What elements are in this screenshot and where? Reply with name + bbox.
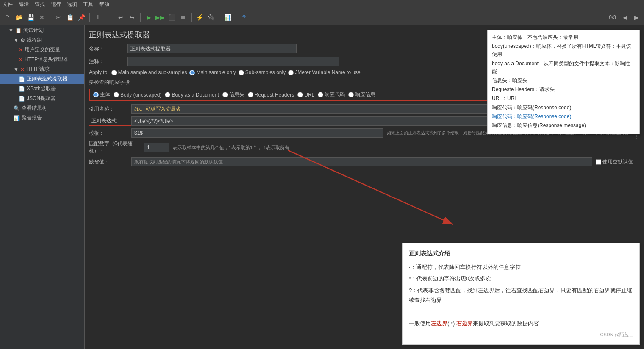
default-label: 缺省值： xyxy=(89,158,131,166)
tp-item-6: 响应代码：响应码(Response code) xyxy=(492,104,635,112)
sidebar-item-test-plan[interactable]: ▼ 📋 测试计划 xyxy=(0,25,84,35)
match-input[interactable] xyxy=(144,143,169,152)
default-row: 缺省值： 使用空默认值 xyxy=(89,157,633,166)
resp-option-body-unescaped[interactable]: Body (unescaped) xyxy=(114,92,161,98)
sidebar-label-results: 查看结果树 xyxy=(22,105,47,112)
tp-item-4: Requeste Headers：请求头 xyxy=(492,86,635,94)
resp-body-unescaped-label: Body (unescaped) xyxy=(120,92,161,98)
nav-next[interactable]: ▶ xyxy=(631,12,641,22)
sep3 xyxy=(140,13,141,22)
resp-option-body[interactable]: 主体 xyxy=(93,91,110,98)
toolbar-add[interactable]: ＋ xyxy=(93,12,103,22)
toolbar-shutdown[interactable]: ⏹ xyxy=(178,12,188,22)
sidebar-item-thread-group[interactable]: ▼ ⚙ 线程组 xyxy=(0,35,84,45)
name-input[interactable] xyxy=(127,44,297,53)
info-item-4: 一般使用左边界(.*) 右边界来提取想要获取的数据内容 xyxy=(409,319,633,328)
menu-tools[interactable]: 工具 xyxy=(83,1,93,8)
main-layout: ▼ 📋 测试计划 ▼ ⚙ 线程组 ✕ 用户定义的变量 ✕ HTTP信息头管理器 … xyxy=(0,25,644,349)
apply-jmeter-var-label: JMeter Variable Name to use xyxy=(295,69,361,75)
resp-info-label: 信息头 xyxy=(229,91,244,98)
toolbar-remove[interactable]: － xyxy=(104,12,114,22)
json-icon: 📄 xyxy=(19,96,25,102)
counter-badge: 0/3 xyxy=(609,14,616,20)
toolbar-remote-start[interactable]: ⚡ xyxy=(194,12,205,22)
toolbar-revert[interactable]: ✕ xyxy=(37,12,47,22)
toolbar-report[interactable]: 📊 xyxy=(222,12,233,22)
resp-body-label: 主体 xyxy=(100,91,110,98)
toolbar-open[interactable]: 📂 xyxy=(14,12,24,22)
apply-main-only-label: Main sample only xyxy=(196,69,236,75)
sidebar-item-http-request[interactable]: ▼ ✕ HTTP请求 xyxy=(0,64,84,74)
template-input[interactable] xyxy=(131,128,383,138)
default-input[interactable] xyxy=(131,157,592,166)
resp-body-doc-label: Body as a Document xyxy=(172,92,219,98)
sidebar-label-threadgroup: 线程组 xyxy=(27,36,42,44)
nav-prev[interactable]: ◀ xyxy=(620,12,630,22)
resp-option-body-doc[interactable]: Body as a Document xyxy=(165,92,219,98)
resp-code-link[interactable]: 响应代码：响应码(Response code) xyxy=(492,114,571,119)
menu-run[interactable]: 运行 xyxy=(51,1,61,8)
resp-option-info[interactable]: 信息头 xyxy=(222,91,244,98)
menu-help[interactable]: 帮助 xyxy=(99,1,109,8)
toolbar-new[interactable]: 🗋 xyxy=(3,12,13,22)
resp-option-resp-code[interactable]: 响应代码 xyxy=(318,91,345,98)
toolbar-redo[interactable]: ↪ xyxy=(127,12,137,22)
sidebar-item-user-vars[interactable]: ✕ 用户定义的变量 xyxy=(0,45,84,55)
expand-icon: ▼ xyxy=(8,28,14,33)
comment-input[interactable] xyxy=(127,57,339,66)
toolbar-paste[interactable]: 📌 xyxy=(76,12,86,22)
sidebar-label-httpheader: HTTP信息头管理器 xyxy=(25,56,68,63)
expand-icon3: ▼ xyxy=(14,66,19,72)
resp-req-headers-label: Request Headers xyxy=(255,92,294,98)
sep1 xyxy=(50,13,50,22)
toolbar-remote-stop[interactable]: 🔌 xyxy=(206,12,216,22)
apply-sub-only-label: Sub-samples only xyxy=(245,69,286,75)
toolbar-start[interactable]: ▶ xyxy=(144,12,154,22)
resp-code-label: 响应代码 xyxy=(325,91,345,98)
toolbar-cut[interactable]: ✂ xyxy=(53,12,64,22)
apply-main-sub-label: Main sample and sub-samples xyxy=(118,69,187,75)
xpath-icon: 📄 xyxy=(19,86,25,92)
sidebar-item-json-extractor[interactable]: 📄 JSON提取器 xyxy=(0,94,84,103)
tp-item-0: 主体：响应体，不包含响应头：最常用 xyxy=(492,33,635,42)
menu-file[interactable]: 文件 xyxy=(3,1,13,8)
apply-main-only[interactable]: Main sample only xyxy=(189,69,236,75)
resp-option-resp-msg[interactable]: 响应信息 xyxy=(348,91,375,98)
resp-option-req-headers[interactable]: Request Headers xyxy=(248,92,294,98)
sidebar-label-regex: 正则表达式提取器 xyxy=(27,75,67,83)
sidebar-item-results-tree[interactable]: 🔍 查看结果树 xyxy=(0,103,84,113)
apply-jmeter-var[interactable]: JMeter Variable Name to use xyxy=(288,69,361,75)
toolbar-save[interactable]: 💾 xyxy=(25,12,36,22)
resp-option-url[interactable]: URL xyxy=(297,92,314,98)
info-item-2: ?：代表非含贪婪匹配，找到左边界后，往右查找匹配右边界，只要有匹配的右边界就停止… xyxy=(409,285,633,305)
apply-main-sub[interactable]: Main sample and sub-samples xyxy=(111,69,187,75)
toolbar-undo[interactable]: ↩ xyxy=(116,12,126,22)
toolbar-help[interactable]: ? xyxy=(239,12,249,22)
sidebar-item-regex-extractor[interactable]: 📄 正则表达式提取器 xyxy=(0,74,84,84)
sidebar-label-json: JSON提取器 xyxy=(27,95,56,102)
menu-options[interactable]: 选项 xyxy=(67,1,77,8)
sidebar-item-http-header[interactable]: ✕ HTTP信息头管理器 xyxy=(0,55,84,64)
resp-msg-label: 响应信息 xyxy=(355,91,375,98)
toolbar-start-no-pause[interactable]: ▶▶ xyxy=(155,12,165,22)
use-empty-label: 使用空默认值 xyxy=(602,158,633,166)
menu-find[interactable]: 查找 xyxy=(35,1,45,8)
toolbar-stop[interactable]: ⬛ xyxy=(167,12,177,22)
info-item-0: ·：通配符，代表除回车换行符以外的任意字符 xyxy=(409,262,633,272)
sidebar-item-aggregate-report[interactable]: 📊 聚合报告 xyxy=(0,113,84,123)
tp-item-8: 响应信息：响应信息(Response message) xyxy=(492,122,635,130)
httpheader-icon: ✕ xyxy=(19,57,23,63)
tp-item-3: 信息头：响应头 xyxy=(492,77,635,85)
highlight-right: 右边界 xyxy=(456,320,473,327)
match-desc: 表示取样本中的第几个值，1表示取第1个，-1表示取所有 xyxy=(173,144,289,151)
apply-sub-only[interactable]: Sub-samples only xyxy=(239,69,286,75)
info-box: 正则表达式介绍 ·：通配符，代表除回车换行符以外的任意字符 *：代表前边的字符出… xyxy=(402,243,640,345)
menu-edit[interactable]: 编辑 xyxy=(19,1,29,8)
use-empty-option[interactable]: 使用空默认值 xyxy=(596,158,633,166)
toolbar-copy[interactable]: 📋 xyxy=(65,12,75,22)
sep2 xyxy=(89,13,90,22)
sidebar-item-xpath-extractor[interactable]: 📄 XPath提取器 xyxy=(0,84,84,94)
uservars-icon: ✕ xyxy=(19,47,23,53)
toolbar: 🗋 📂 💾 ✕ ✂ 📋 📌 ＋ － ↩ ↪ ▶ ▶▶ ⬛ ⏹ ⚡ 🔌 📊 ? 0… xyxy=(0,9,644,25)
threadgroup-icon: ⚙ xyxy=(20,37,25,43)
